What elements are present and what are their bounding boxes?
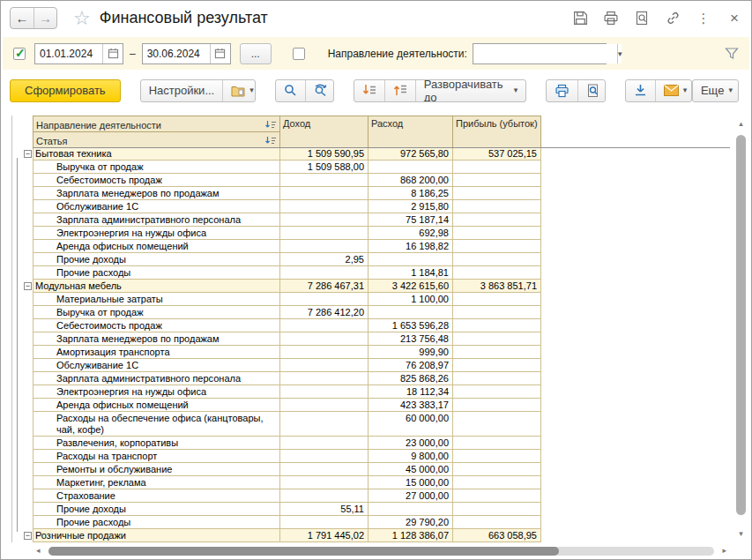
expense-cell[interactable]: 213 756,48 xyxy=(369,332,453,346)
income-cell[interactable] xyxy=(280,476,369,489)
expense-cell[interactable]: 1 100,00 xyxy=(369,293,453,306)
table-row[interactable]: Выручка от продаж7 286 412,20 xyxy=(2,306,541,319)
date-from-input[interactable] xyxy=(35,44,102,63)
row-label[interactable]: Себестоимость продаж xyxy=(33,174,280,187)
expense-cell[interactable]: 825 868,26 xyxy=(369,372,453,385)
vertical-scrollbar[interactable]: ▴ ▾ xyxy=(735,117,747,540)
income-cell[interactable] xyxy=(280,372,369,385)
income-cell[interactable] xyxy=(280,437,369,450)
column-header-direction[interactable]: Направление деятельности xyxy=(33,116,280,131)
calendar-icon[interactable] xyxy=(102,44,123,63)
scroll-down-icon[interactable]: ▾ xyxy=(735,529,747,538)
profit-cell[interactable] xyxy=(453,161,541,174)
expense-cell[interactable]: 1 128 386,07 xyxy=(369,529,453,542)
scroll-left-icon[interactable]: ◂ xyxy=(36,546,41,555)
income-cell[interactable] xyxy=(280,240,369,253)
table-row[interactable]: Обслуживание 1С76 208,97 xyxy=(2,359,541,372)
profit-cell[interactable] xyxy=(453,476,541,489)
expense-cell[interactable] xyxy=(369,253,453,266)
collapse-group-icon[interactable]: − xyxy=(24,282,32,290)
row-label[interactable]: Прочие расходы xyxy=(33,266,280,280)
income-cell[interactable] xyxy=(280,293,369,306)
get-link-icon[interactable] xyxy=(665,11,681,26)
income-cell[interactable]: 2,95 xyxy=(280,253,369,266)
chevron-down-icon[interactable]: ▾ xyxy=(617,44,622,63)
income-cell[interactable] xyxy=(280,450,369,463)
income-cell[interactable] xyxy=(280,385,369,399)
profit-cell[interactable] xyxy=(453,399,541,412)
profit-cell[interactable] xyxy=(453,319,541,332)
row-label[interactable]: Расходы на обеспечение офиса (канцтовары… xyxy=(33,412,280,437)
profit-cell[interactable] xyxy=(453,306,541,319)
save-icon[interactable] xyxy=(572,11,588,26)
row-label[interactable]: Зарплата административного персонала xyxy=(33,213,280,227)
scroll-up-icon[interactable]: ▴ xyxy=(735,119,747,128)
report-variants-button[interactable]: ▾ xyxy=(222,80,256,101)
profit-cell[interactable] xyxy=(453,372,541,385)
table-row[interactable]: Зарплата административного персонала75 1… xyxy=(2,213,541,227)
vertical-scroll-thumb[interactable] xyxy=(736,135,746,515)
expense-cell[interactable] xyxy=(369,306,453,319)
table-row[interactable]: Зарплата менеджеров по продажам213 756,4… xyxy=(2,332,541,346)
profit-cell[interactable] xyxy=(453,463,541,476)
profit-cell[interactable] xyxy=(453,412,541,437)
direction-checkbox[interactable] xyxy=(293,48,305,60)
group-row[interactable]: −Розничные продажи1 791 445,021 128 386,… xyxy=(2,529,541,542)
expense-cell[interactable]: 423 383,17 xyxy=(369,399,453,412)
expense-cell[interactable]: 9 800,00 xyxy=(369,450,453,463)
profit-cell[interactable] xyxy=(453,253,541,266)
income-cell[interactable] xyxy=(280,200,369,213)
income-cell[interactable] xyxy=(280,227,369,240)
profit-cell[interactable] xyxy=(453,332,541,346)
row-label[interactable]: Прочие расходы xyxy=(33,516,280,529)
profit-cell[interactable]: 663 058,95 xyxy=(453,529,541,542)
table-row[interactable]: Аренда офисных помещений423 383,17 xyxy=(2,399,541,412)
close-icon[interactable]: × xyxy=(726,11,742,26)
income-cell[interactable]: 7 286 467,31 xyxy=(280,280,369,293)
income-cell[interactable] xyxy=(280,174,369,187)
income-cell[interactable] xyxy=(280,399,369,412)
row-label[interactable]: Зарплата административного персонала xyxy=(33,372,280,385)
profit-cell[interactable] xyxy=(453,187,541,200)
table-row[interactable]: Амортизация транспорта999,90 xyxy=(2,346,541,359)
income-cell[interactable] xyxy=(280,319,369,332)
expense-cell[interactable]: 16 198,82 xyxy=(369,240,453,253)
profit-cell[interactable] xyxy=(453,240,541,253)
row-label[interactable]: Расходы на транспорт xyxy=(33,450,280,463)
income-cell[interactable] xyxy=(280,346,369,359)
row-label[interactable]: Ремонты и обслуживание xyxy=(33,463,280,476)
expense-cell[interactable]: 3 422 615,60 xyxy=(369,280,453,293)
profit-cell[interactable] xyxy=(453,174,541,187)
row-label[interactable]: Выручка от продаж xyxy=(33,306,280,319)
row-label[interactable]: Розничные продажи xyxy=(33,529,280,542)
row-label[interactable]: Модульная мебель xyxy=(33,280,280,293)
expense-cell[interactable]: 1 653 596,28 xyxy=(369,319,453,332)
row-label[interactable]: Прочие доходы xyxy=(33,503,280,516)
search-next-button[interactable] xyxy=(305,80,333,101)
income-cell[interactable] xyxy=(280,516,369,529)
table-row[interactable]: Страхование27 000,00 xyxy=(2,489,541,503)
income-cell[interactable]: 1 791 445,02 xyxy=(280,529,369,542)
table-row[interactable]: Прочие доходы2,95 xyxy=(2,253,541,266)
table-row[interactable]: Зарплата менеджеров по продажам8 186,25 xyxy=(2,187,541,200)
expense-cell[interactable]: 2 915,80 xyxy=(369,200,453,213)
column-header-expense[interactable]: Расход xyxy=(369,116,453,147)
table-row[interactable]: Расходы на обеспечение офиса (канцтовары… xyxy=(2,412,541,437)
income-cell[interactable] xyxy=(280,463,369,476)
date-to-input[interactable] xyxy=(143,44,210,63)
income-cell[interactable] xyxy=(280,266,369,280)
income-cell[interactable] xyxy=(280,359,369,372)
table-row[interactable]: Себестоимость продаж868 200,00 xyxy=(2,174,541,187)
table-row[interactable]: Электроэнергия на нужды офиса692,98 xyxy=(2,227,541,240)
profit-cell[interactable] xyxy=(453,346,541,359)
income-cell[interactable] xyxy=(280,412,369,437)
expense-cell[interactable]: 75 187,14 xyxy=(369,213,453,227)
profit-cell[interactable] xyxy=(453,437,541,450)
income-cell[interactable] xyxy=(280,332,369,346)
row-label[interactable]: Материальные затраты xyxy=(33,293,280,306)
collapse-group-icon[interactable]: − xyxy=(24,150,32,158)
income-cell[interactable] xyxy=(280,489,369,503)
collapse-all-button[interactable] xyxy=(384,80,415,101)
table-row[interactable]: Прочие расходы1 184,81 xyxy=(2,266,541,280)
table-row[interactable]: Развлечения, корпоративы23 000,00 xyxy=(2,437,541,450)
